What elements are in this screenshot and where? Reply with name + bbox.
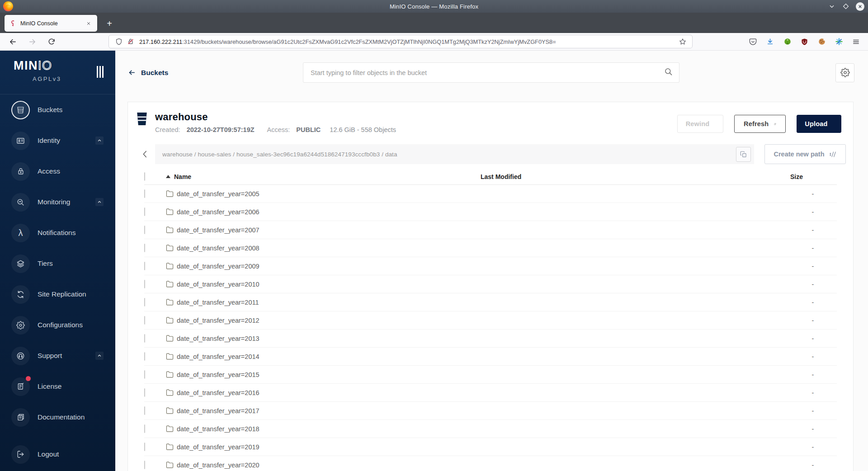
row-checkbox[interactable] [144,370,145,379]
object-name-cell[interactable]: date_of_transfer_year=2005 [166,190,481,198]
search-input[interactable] [311,69,664,76]
window-maximize-button[interactable] [842,2,850,10]
reload-button[interactable] [45,35,58,48]
table-row[interactable]: date_of_transfer_year=2006 - [144,203,837,221]
tab-close-icon[interactable] [84,19,94,28]
extension-colorful-icon[interactable] [833,35,845,48]
object-name-cell[interactable]: date_of_transfer_year=2011 [166,298,481,306]
upload-button[interactable]: Upload [797,115,841,133]
refresh-button[interactable]: Refresh [734,115,786,133]
table-row[interactable]: date_of_transfer_year=2018 - [144,420,837,438]
object-name-cell[interactable]: date_of_transfer_year=2008 [166,244,481,252]
sidebar-item-monitoring[interactable]: Monitoring [0,187,115,217]
sidebar-item-access[interactable]: Access [0,156,115,187]
table-row[interactable]: date_of_transfer_year=2012 - [144,311,837,330]
row-checkbox[interactable] [144,406,145,415]
window-minimize-button[interactable] [828,2,836,10]
sidebar-item-support[interactable]: Support [0,340,115,371]
url-bar[interactable]: 217.160.222.211:31429/buckets/warehouse/… [108,35,693,48]
sidebar-collapse-icon[interactable] [97,66,104,78]
object-name-cell[interactable]: date_of_transfer_year=2019 [166,443,481,451]
create-new-path-button[interactable]: Create new path [764,144,846,164]
table-row[interactable]: date_of_transfer_year=2017 - [144,402,837,420]
breadcrumb[interactable]: warehouse / house-sales / house_sales-3e… [162,151,736,158]
object-name-cell[interactable]: date_of_transfer_year=2014 [166,353,481,360]
extension-green-icon[interactable] [781,35,794,48]
sidebar-item-configurations[interactable]: Configurations [0,310,115,340]
object-name-cell[interactable]: date_of_transfer_year=2006 [166,208,481,216]
back-button[interactable] [6,35,20,48]
browser-tab-minio-console[interactable]: MinIO Console [5,15,97,32]
pocket-icon[interactable] [747,35,760,48]
window-close-button[interactable] [856,2,864,11]
column-header-last-modified[interactable]: Last Modified [481,173,756,180]
rewind-button[interactable]: Rewind [677,115,723,133]
sidebar-item-documentation[interactable]: Documentation [0,402,115,433]
object-name-cell[interactable]: date_of_transfer_year=2015 [166,371,481,378]
object-name-cell[interactable]: date_of_transfer_year=2009 [166,262,481,270]
object-name-cell[interactable]: date_of_transfer_year=2012 [166,316,481,324]
copy-path-button[interactable] [736,147,751,162]
table-row[interactable]: date_of_transfer_year=2016 - [144,384,837,402]
row-checkbox[interactable] [144,226,145,234]
column-header-size[interactable]: Size [756,173,837,180]
new-tab-button[interactable]: + [103,17,116,30]
row-checkbox[interactable] [144,316,145,325]
sidebar-item-site-replication[interactable]: Site Replication [0,279,115,310]
bucket-settings-button[interactable] [835,63,854,82]
table-row[interactable]: date_of_transfer_year=2009 - [144,257,837,275]
object-filter-search[interactable] [303,62,679,83]
object-name-cell[interactable]: date_of_transfer_year=2007 [166,226,481,234]
row-checkbox[interactable] [144,461,145,469]
sidebar-item-tiers[interactable]: Tiers [0,248,115,279]
table-row[interactable]: date_of_transfer_year=2011 - [144,293,837,311]
back-to-buckets-link[interactable]: Buckets [128,69,303,77]
insecure-connection-lock-icon[interactable] [125,36,137,47]
row-checkbox[interactable] [144,207,145,216]
downloads-icon[interactable] [764,35,777,48]
sidebar-item-notifications[interactable]: λ Notifications [0,217,115,248]
table-row[interactable]: date_of_transfer_year=2014 - [144,348,837,366]
table-row[interactable]: date_of_transfer_year=2010 - [144,275,837,293]
row-checkbox[interactable] [144,443,145,451]
access-value[interactable]: PUBLIC [296,126,321,133]
path-back-chevron[interactable] [139,147,151,161]
object-name-cell[interactable]: date_of_transfer_year=2017 [166,407,481,414]
chevron-up-icon[interactable] [95,352,104,360]
object-name-cell[interactable]: date_of_transfer_year=2013 [166,334,481,342]
row-checkbox[interactable] [144,189,145,198]
row-checkbox[interactable] [144,388,145,397]
table-row[interactable]: date_of_transfer_year=2020 - [144,456,837,471]
cookie-extension-icon[interactable] [816,35,828,48]
row-checkbox[interactable] [144,262,145,270]
object-name-cell[interactable]: date_of_transfer_year=2016 [166,389,481,396]
table-row[interactable]: date_of_transfer_year=2007 - [144,221,837,239]
row-checkbox[interactable] [144,280,145,288]
table-row[interactable]: date_of_transfer_year=2008 - [144,239,837,257]
object-name-cell[interactable]: date_of_transfer_year=2018 [166,425,481,433]
sidebar-item-buckets[interactable]: Buckets [0,94,115,125]
object-name-cell[interactable]: date_of_transfer_year=2010 [166,280,481,288]
object-name-cell[interactable]: date_of_transfer_year=2020 [166,461,481,469]
ublock-origin-icon[interactable] [798,35,811,48]
table-row[interactable]: date_of_transfer_year=2013 - [144,330,837,348]
row-checkbox[interactable] [144,352,145,361]
select-all-checkbox[interactable] [144,172,145,181]
row-checkbox[interactable] [144,334,145,343]
table-row[interactable]: date_of_transfer_year=2005 - [144,185,837,203]
row-checkbox[interactable] [144,298,145,306]
sidebar-item-logout[interactable]: Logout [0,439,115,470]
menu-hamburger-icon[interactable] [850,35,863,48]
table-row[interactable]: date_of_transfer_year=2019 - [144,438,837,456]
row-checkbox[interactable] [144,424,145,433]
sidebar-item-identity[interactable]: Identity [0,125,115,156]
forward-button[interactable] [26,35,39,48]
table-row[interactable]: date_of_transfer_year=2015 - [144,366,837,384]
bookmark-star-icon[interactable] [677,36,689,47]
row-checkbox[interactable] [144,244,145,252]
column-header-name[interactable]: Name [166,173,481,180]
tracking-protection-shield-icon[interactable] [113,36,125,47]
chevron-up-icon[interactable] [95,198,104,206]
sidebar-item-license[interactable]: License [0,371,115,402]
chevron-up-icon[interactable] [95,137,104,145]
